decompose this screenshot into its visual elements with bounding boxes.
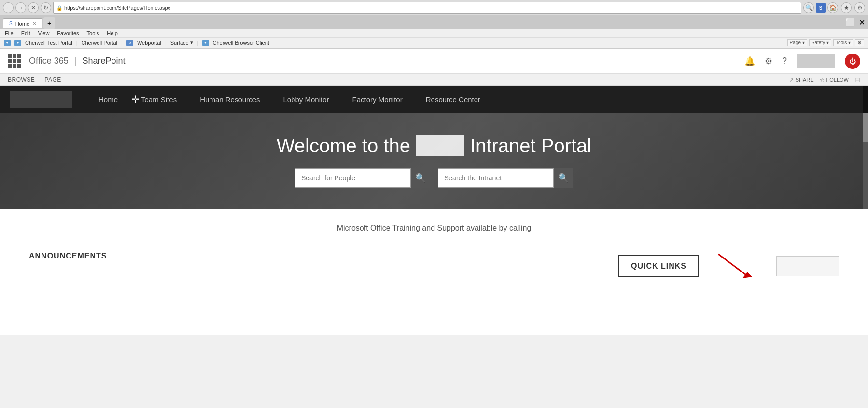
menu-edit[interactable]: Edit: [21, 30, 30, 36]
hero-scrollbar-thumb: [863, 113, 868, 142]
sp-toolbar: BROWSE PAGE ↗ SHARE ☆ FOLLOW ⊟: [0, 74, 868, 86]
search-people-input[interactable]: [295, 168, 411, 188]
notification-bell-icon[interactable]: 🔔: [744, 56, 755, 67]
favorites-bar: ● ● Cherwell Test Portal | Cherwell Port…: [0, 37, 868, 48]
search-intranet-icon: 🔍: [558, 173, 569, 183]
search-people-button[interactable]: 🔍: [411, 168, 430, 188]
fav-icon-1: ●: [14, 40, 21, 46]
fav-label-surface: Surface: [170, 40, 189, 46]
menu-favorites[interactable]: Favorites: [57, 30, 79, 36]
back-button[interactable]: ←: [3, 2, 14, 13]
safety-menu-button[interactable]: Safety ▾: [809, 39, 831, 46]
sharepoint-label[interactable]: SharePoint: [82, 56, 125, 66]
settings-gear-icon[interactable]: ⚙: [765, 56, 772, 67]
search-people-group: 🔍: [295, 168, 430, 188]
site-logo: [10, 91, 72, 108]
hero-title: Welcome to the Intranet Portal: [277, 135, 591, 157]
browser-chrome: ← → ✕ ↻ 🔒 https://sharepoint.com/SitePag…: [0, 0, 868, 49]
browser-toolbar: ← → ✕ ↻ 🔒 https://sharepoint.com/SitePag…: [0, 0, 868, 15]
address-bar[interactable]: 🔒 https://sharepoint.com/SitePages/Home.…: [53, 2, 801, 14]
browse-tab[interactable]: BROWSE: [8, 76, 35, 83]
arrow-svg: [714, 252, 762, 281]
fav-label-cherwell-browser: Cherwell Browser Client: [213, 40, 269, 46]
office365-label[interactable]: Office 365: [29, 56, 69, 66]
fav-item-cherwell-browser[interactable]: Cherwell Browser Client: [213, 40, 269, 46]
search-button[interactable]: 🔍: [803, 2, 814, 13]
star-icon: ☆: [820, 77, 825, 83]
sp-header: Office 365 | SharePoint 🔔 ⚙ ? ⏻: [0, 49, 868, 74]
nav-home[interactable]: Home: [87, 87, 129, 112]
refresh-button[interactable]: ↻: [41, 2, 51, 13]
follow-label: FOLLOW: [826, 77, 849, 82]
announcements-section: ANNOUNCEMENTS: [29, 252, 107, 260]
nav-factory-monitor[interactable]: Factory Monitor: [341, 87, 414, 112]
tab-close-button[interactable]: ✕: [32, 21, 36, 26]
redacted-box: [776, 256, 839, 276]
tools-menu-button[interactable]: Tools ▾: [833, 39, 853, 46]
follow-button[interactable]: ☆ FOLLOW: [820, 77, 849, 83]
new-tab-button[interactable]: +: [43, 17, 55, 29]
nav-resource-center[interactable]: Resource Center: [414, 87, 492, 112]
favorites-button[interactable]: ★: [841, 2, 852, 13]
page-tab[interactable]: PAGE: [44, 76, 61, 83]
surface-dropdown-icon[interactable]: ▾: [190, 40, 193, 46]
toolbar-right: ↗ SHARE ☆ FOLLOW ⊟: [789, 76, 860, 83]
fav-icon-2: p: [126, 40, 133, 46]
settings-button[interactable]: ⚙: [854, 2, 865, 13]
close-window-button[interactable]: ✕: [859, 18, 865, 27]
sp-nav: ✛ Home Team Sites Human Resources Lobby …: [0, 86, 868, 113]
lock-icon: 🔒: [56, 5, 62, 11]
menu-file[interactable]: File: [5, 30, 14, 36]
fav-item-surface[interactable]: Surface ▾: [170, 40, 193, 46]
hero-welcome-after: Intranet Portal: [470, 135, 591, 157]
menu-view[interactable]: View: [38, 30, 50, 36]
hero-welcome-before: Welcome to the: [277, 135, 410, 157]
content-sections: ANNOUNCEMENTS QUICK LINKS: [29, 252, 839, 281]
user-avatar-redacted[interactable]: [797, 54, 835, 68]
maximize-button[interactable]: ⬜: [845, 18, 855, 27]
nav-human-resources[interactable]: Human Resources: [188, 87, 271, 112]
menu-bar: File Edit View Favorites Tools Help: [0, 29, 868, 37]
header-right: 🔔 ⚙ ? ⏻: [744, 54, 860, 69]
search-row: 🔍 🔍: [295, 168, 573, 188]
url-text: https://sharepoint.com/SitePages/Home.as…: [64, 5, 170, 11]
quick-links-section: QUICK LINKS: [136, 252, 839, 281]
home-nav-button[interactable]: 🏠: [827, 2, 838, 13]
collapse-button[interactable]: ⊟: [854, 76, 860, 83]
search-intranet-button[interactable]: 🔍: [554, 168, 573, 188]
forward-button[interactable]: →: [15, 2, 26, 13]
right-icons: Page ▾ Safety ▾ Tools ▾ ⚙: [787, 39, 864, 46]
fav-item-cherwell-portal[interactable]: Cherwell Portal: [81, 40, 117, 46]
cursor-indicator: ✛: [131, 94, 140, 105]
quick-links-button[interactable]: QUICK LINKS: [618, 255, 699, 277]
help-icon[interactable]: ?: [782, 56, 787, 66]
nav-lobby-monitor[interactable]: Lobby Monitor: [271, 87, 340, 112]
active-tab[interactable]: S Home ✕: [3, 18, 42, 28]
fav-item-webportal[interactable]: Webportal: [137, 40, 161, 46]
power-button[interactable]: ⏻: [845, 54, 860, 69]
fav-item-cherwell-test[interactable]: Cherwell Test Portal: [25, 40, 72, 46]
training-text: Microsoft Office Training and Support av…: [29, 224, 839, 232]
fav-icon-0: ●: [4, 40, 11, 46]
search-intranet-group: 🔍: [438, 168, 573, 188]
quick-links-area: QUICK LINKS: [618, 252, 839, 281]
share-icon: ↗: [789, 77, 794, 83]
fav-label-cherwell-portal: Cherwell Portal: [81, 40, 117, 46]
menu-help[interactable]: Help: [107, 30, 118, 36]
app-launcher-button[interactable]: [8, 54, 21, 68]
nav-links: Home Team Sites Human Resources Lobby Mo…: [87, 87, 492, 112]
page-menu-button[interactable]: Page ▾: [787, 39, 807, 46]
company-name-redacted: [416, 135, 464, 156]
svg-line-0: [718, 254, 747, 276]
search-intranet-input[interactable]: [438, 168, 554, 188]
fav-label-webportal: Webportal: [137, 40, 161, 46]
share-label: SHARE: [796, 77, 814, 82]
settings-menu-button[interactable]: ⚙: [855, 39, 864, 46]
nav-scrollbar: [863, 86, 868, 113]
menu-tools[interactable]: Tools: [87, 30, 99, 36]
fav-label-cherwell-test: Cherwell Test Portal: [25, 40, 72, 46]
fav-icon-3: ●: [202, 40, 209, 46]
stop-button[interactable]: ✕: [28, 2, 39, 13]
share-button[interactable]: ↗ SHARE: [789, 77, 814, 83]
tab-favicon: S: [9, 21, 13, 26]
